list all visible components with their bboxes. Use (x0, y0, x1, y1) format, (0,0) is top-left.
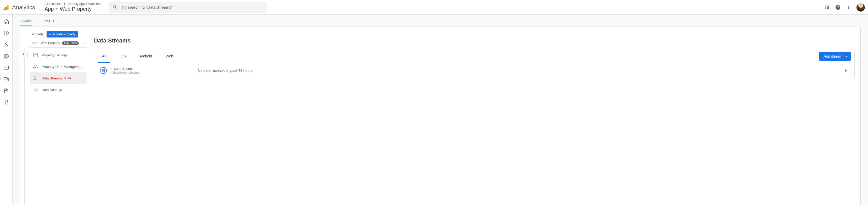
admin-tabs-bar: ADMIN USER (12, 15, 868, 26)
property-selector-name: App + Web Property (32, 41, 60, 45)
property-name: App + Web Property (44, 6, 92, 12)
product-name: Analytics (12, 4, 35, 11)
streams-card: All iOS Android Web Add stream (94, 50, 855, 78)
attribution-icon[interactable] (3, 99, 9, 105)
header-right (825, 3, 865, 11)
devices-icon[interactable] (3, 76, 9, 82)
code-icon (33, 87, 38, 92)
search-icon (112, 5, 118, 10)
add-stream-label: Add stream (824, 54, 842, 58)
back-rail (20, 26, 29, 205)
svg-rect-0 (7, 5, 8, 10)
menu-property-settings[interactable]: Property Settings (30, 49, 87, 61)
add-stream-button[interactable]: Add stream (819, 52, 851, 61)
menu-data-streams[interactable]: Data Streams BETA (30, 72, 87, 84)
content-area: ADMIN USER Property Create Property (12, 15, 868, 205)
plus-icon (48, 32, 52, 36)
search-box[interactable] (108, 2, 267, 13)
people-icon (33, 64, 38, 70)
web-icon[interactable] (3, 65, 9, 71)
globe-icon[interactable] (3, 53, 9, 59)
ga-logo-icon (3, 4, 10, 11)
home-icon[interactable] (3, 18, 9, 25)
svg-rect-1 (5, 6, 6, 10)
svg-rect-10 (34, 76, 36, 77)
svg-rect-12 (34, 79, 36, 80)
breadcrumb: All accounts ❯ zzEmily App + Web Test (44, 2, 101, 5)
apps-icon[interactable] (825, 5, 830, 10)
app-web-badge: App + Web (62, 42, 79, 45)
tab-user[interactable]: USER (44, 16, 54, 26)
more-vert-icon[interactable] (846, 5, 851, 10)
caret-down-icon (82, 42, 85, 45)
data-streams-icon (33, 76, 38, 81)
menu-label: Property User Management (41, 65, 84, 69)
streams-tabs: All iOS Android Web Add stream (94, 50, 855, 63)
page-title: Data Streams (94, 37, 855, 44)
svg-point-2 (3, 8, 5, 10)
admin-panel: Property Create Property App + Web Prope… (20, 26, 861, 205)
svg-rect-6 (4, 66, 8, 70)
left-icon-rail (0, 15, 12, 205)
svg-rect-11 (34, 78, 37, 79)
web-stream-icon (100, 67, 107, 74)
arrow-back-icon (22, 52, 26, 56)
logo-block: Analytics (2, 4, 41, 11)
streams-column: Data Streams All iOS Android Web Add str… (88, 26, 860, 205)
streams-tab-web[interactable]: Web (161, 50, 177, 63)
property-menu: Property Settings Property User Manageme… (30, 49, 87, 96)
streams-tab-ios[interactable]: iOS (116, 50, 130, 63)
menu-label: Property Settings (41, 53, 68, 57)
beta-tag: BETA (64, 77, 71, 80)
svg-rect-9 (34, 53, 38, 57)
avatar[interactable] (857, 3, 865, 11)
stream-text: example.com https://example.com (112, 67, 190, 74)
property-column: Property Create Property App + Web Prope… (29, 26, 88, 205)
chevron-right-icon: ❯ (63, 2, 66, 5)
property-selector[interactable]: App + Web Property App + Web (30, 41, 87, 48)
top-header: Analytics All accounts ❯ zzEmily App + W… (0, 0, 868, 15)
hierarchy-line (24, 49, 25, 205)
menu-label: Data Settings (41, 88, 62, 92)
property-switcher[interactable]: All accounts ❯ zzEmily App + Web Test Ap… (44, 2, 101, 12)
menu-data-settings[interactable]: Data Settings (30, 84, 87, 96)
chevron-right-icon (843, 68, 849, 73)
search-wrap (108, 2, 267, 13)
create-property-label: Create Property (53, 32, 75, 36)
person-icon[interactable] (3, 42, 9, 48)
caret-down-icon (93, 8, 96, 11)
clock-icon[interactable] (3, 30, 9, 36)
stream-row[interactable]: example.com https://example.com No data … (94, 63, 855, 78)
flag-icon[interactable] (3, 87, 9, 94)
caret-right-icon (0, 78, 2, 80)
menu-label: Data Streams (41, 76, 62, 80)
search-input[interactable] (118, 5, 263, 10)
layout-icon (33, 52, 38, 58)
caret-down-icon (845, 55, 848, 58)
create-property-button[interactable]: Create Property (46, 31, 78, 37)
stream-url: https://example.com (112, 71, 190, 74)
stream-name: example.com (112, 67, 190, 71)
help-icon[interactable] (835, 4, 841, 10)
streams-tab-android[interactable]: Android (135, 50, 156, 63)
breadcrumb-part-1: All accounts (44, 2, 61, 6)
breadcrumb-part-2: zzEmily App + Web Test (67, 2, 101, 6)
property-label: Property (32, 32, 43, 36)
svg-rect-7 (4, 78, 7, 80)
svg-point-4 (5, 43, 7, 44)
streams-tab-all[interactable]: All (98, 50, 111, 63)
menu-property-user-management[interactable]: Property User Management (30, 61, 87, 72)
back-button[interactable] (21, 51, 28, 57)
tab-admin[interactable]: ADMIN (20, 16, 32, 26)
stream-status: No data received in past 48 hours. (190, 69, 843, 73)
